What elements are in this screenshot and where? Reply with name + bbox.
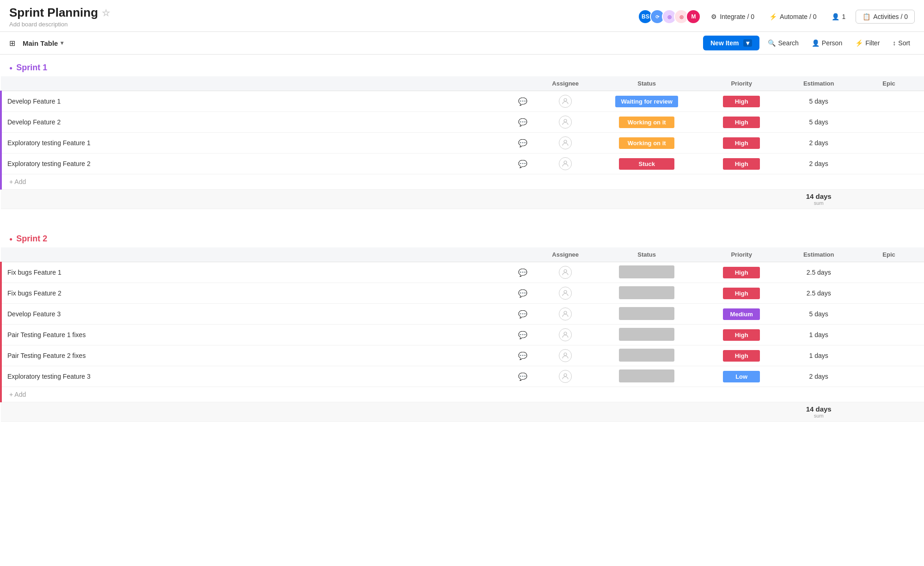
epic-cell[interactable] <box>854 325 924 345</box>
comment-icon[interactable]: 💬 <box>518 269 527 277</box>
status-badge-empty[interactable] <box>619 307 674 320</box>
status-badge-empty[interactable] <box>619 349 674 362</box>
status-badge[interactable]: Waiting for review <box>615 96 678 107</box>
main-table-button[interactable]: Main Table ▾ <box>18 37 68 50</box>
sprint2-toggle[interactable]: ● <box>9 236 12 242</box>
assignee-cell[interactable] <box>537 154 594 174</box>
sort-button[interactable]: ↕ Sort <box>888 37 915 49</box>
priority-badge[interactable]: High <box>723 137 760 149</box>
status-cell[interactable]: Stuck <box>594 154 699 174</box>
filter-button[interactable]: ⚡ Filter <box>851 37 884 49</box>
assignee-cell[interactable] <box>537 304 594 325</box>
assignee-avatar[interactable] <box>559 136 572 149</box>
priority-cell[interactable]: High <box>699 112 783 133</box>
comment-icon[interactable]: 💬 <box>518 139 527 147</box>
status-badge[interactable]: Working on it <box>619 137 674 149</box>
status-cell[interactable] <box>594 262 699 283</box>
activities-button[interactable]: 📋 Activities / 0 <box>856 10 915 24</box>
priority-cell[interactable]: Low <box>699 366 783 387</box>
table-row[interactable]: Pair Testing Feature 1 fixes💬High1 days <box>1 325 924 345</box>
status-badge[interactable]: Stuck <box>619 158 674 170</box>
priority-badge[interactable]: High <box>723 158 760 170</box>
status-badge-empty[interactable] <box>619 328 674 341</box>
assignee-cell[interactable] <box>537 262 594 283</box>
add-button[interactable]: + Add <box>9 391 917 398</box>
epic-cell[interactable] <box>854 133 924 154</box>
epic-cell[interactable] <box>854 304 924 325</box>
table-row[interactable]: Exploratory testing Feature 2💬StuckHigh2… <box>1 154 924 174</box>
status-cell[interactable]: Waiting for review <box>594 91 699 112</box>
priority-cell[interactable]: High <box>699 325 783 345</box>
assignee-cell[interactable] <box>537 283 594 304</box>
add-row[interactable]: + Add <box>1 174 924 190</box>
new-item-dropdown-arrow[interactable]: ▾ <box>743 39 752 47</box>
priority-badge[interactable]: High <box>723 288 760 299</box>
assignee-avatar[interactable] <box>559 157 572 170</box>
priority-badge[interactable]: High <box>723 329 760 341</box>
add-row[interactable]: + Add <box>1 387 924 402</box>
priority-cell[interactable]: High <box>699 154 783 174</box>
assignee-avatar[interactable] <box>559 266 572 279</box>
assignee-avatar[interactable] <box>559 95 572 108</box>
comment-icon[interactable]: 💬 <box>518 118 527 126</box>
priority-cell[interactable]: High <box>699 283 783 304</box>
priority-cell[interactable]: High <box>699 133 783 154</box>
assignee-avatar[interactable] <box>559 308 572 320</box>
assignee-cell[interactable] <box>537 345 594 366</box>
table-row[interactable]: Develop Feature 2💬Working on itHigh5 day… <box>1 112 924 133</box>
status-badge-empty[interactable] <box>619 265 674 278</box>
epic-cell[interactable] <box>854 112 924 133</box>
epic-cell[interactable] <box>854 262 924 283</box>
sprint1-title[interactable]: Sprint 1 <box>16 63 47 73</box>
person-button[interactable]: 👤 1 <box>827 10 851 23</box>
new-item-button[interactable]: New Item ▾ <box>703 36 759 50</box>
priority-badge[interactable]: Low <box>723 371 760 382</box>
sprint1-toggle[interactable]: ● <box>9 65 12 71</box>
priority-cell[interactable]: High <box>699 262 783 283</box>
star-icon[interactable]: ☆ <box>102 7 110 18</box>
priority-badge[interactable]: High <box>723 117 760 128</box>
status-cell[interactable] <box>594 366 699 387</box>
priority-cell[interactable]: High <box>699 345 783 366</box>
comment-icon[interactable]: 💬 <box>518 98 527 105</box>
table-row[interactable]: Develop Feature 3💬Medium5 days <box>1 304 924 325</box>
assignee-avatar[interactable] <box>559 349 572 362</box>
priority-badge[interactable]: High <box>723 267 760 278</box>
assignee-cell[interactable] <box>537 133 594 154</box>
table-row[interactable]: Pair Testing Feature 2 fixes💬High1 days <box>1 345 924 366</box>
table-row[interactable]: Fix bugs Feature 1💬High2.5 days <box>1 262 924 283</box>
status-badge[interactable]: Working on it <box>619 117 674 128</box>
assignee-cell[interactable] <box>537 112 594 133</box>
comment-icon[interactable]: 💬 <box>518 331 527 339</box>
assignee-avatar[interactable] <box>559 370 572 383</box>
automate-button[interactable]: ⚡ Automate / 0 <box>765 10 821 23</box>
table-row[interactable]: Fix bugs Feature 2💬High2.5 days <box>1 283 924 304</box>
table-row[interactable]: Exploratory testing Feature 3💬Low2 days <box>1 366 924 387</box>
epic-cell[interactable] <box>854 154 924 174</box>
comment-icon[interactable]: 💬 <box>518 373 527 381</box>
comment-icon[interactable]: 💬 <box>518 352 527 360</box>
board-description[interactable]: Add board description <box>9 21 110 28</box>
add-row-cell[interactable]: + Add <box>1 174 924 190</box>
assignee-cell[interactable] <box>537 325 594 345</box>
status-cell[interactable] <box>594 345 699 366</box>
priority-cell[interactable]: Medium <box>699 304 783 325</box>
status-cell[interactable] <box>594 283 699 304</box>
status-badge-empty[interactable] <box>619 369 674 382</box>
epic-cell[interactable] <box>854 345 924 366</box>
priority-badge[interactable]: High <box>723 96 760 107</box>
status-cell[interactable] <box>594 325 699 345</box>
table-row[interactable]: Exploratory testing Feature 1💬Working on… <box>1 133 924 154</box>
comment-icon[interactable]: 💬 <box>518 289 527 297</box>
search-button[interactable]: 🔍 Search <box>763 37 803 49</box>
add-button[interactable]: + Add <box>9 178 917 185</box>
comment-icon[interactable]: 💬 <box>518 310 527 318</box>
status-cell[interactable]: Working on it <box>594 112 699 133</box>
priority-cell[interactable]: High <box>699 91 783 112</box>
status-badge-empty[interactable] <box>619 286 674 299</box>
status-cell[interactable]: Working on it <box>594 133 699 154</box>
assignee-avatar[interactable] <box>559 328 572 341</box>
person-filter-button[interactable]: 👤 Person <box>807 37 847 49</box>
assignee-avatar[interactable] <box>559 287 572 300</box>
table-row[interactable]: Develop Feature 1💬Waiting for reviewHigh… <box>1 91 924 112</box>
